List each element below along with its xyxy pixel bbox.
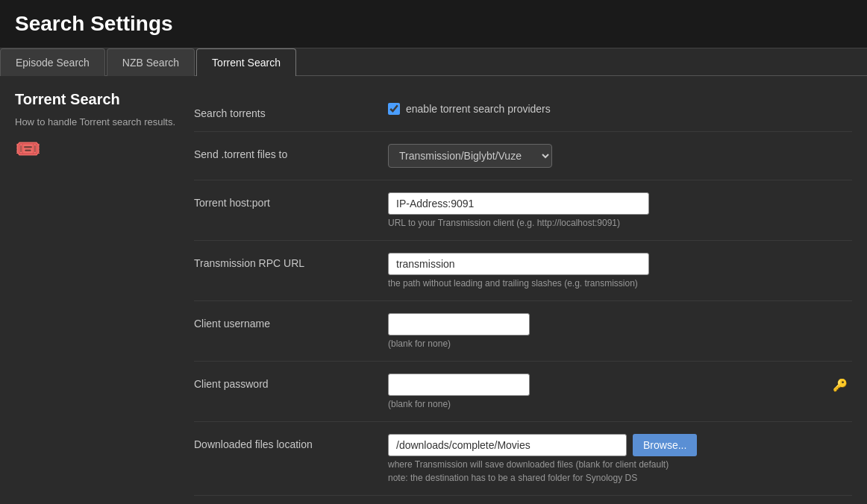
tab-episode-search[interactable]: Episode Search [0,48,105,76]
label-search-torrents: Search torrents [194,103,388,119]
row-send-torrent: Send .torrent files to Transmission/Bigl… [194,132,852,180]
transmission-rpc-hint: the path without leading and trailing sl… [388,278,852,289]
download-location-hint1: where Transmission will save downloaded … [388,459,852,470]
sidebar-heading: Torrent Search [15,91,179,108]
label-send-torrent: Send .torrent files to [194,144,388,160]
label-client-username: Client username [194,313,388,330]
content-area: Torrent Search How to handle Torrent sea… [0,76,867,504]
enable-torrent-label: enable torrent search providers [406,103,551,115]
client-username-input[interactable] [388,313,530,336]
client-password-input[interactable] [388,374,530,396]
row-client-password: Client password 🔑 (blank for none) [194,362,852,422]
settings-form: Search torrents enable torrent search pr… [194,91,852,496]
tab-nzb-search[interactable]: NZB Search [107,48,195,76]
client-password-hint: (blank for none) [388,399,852,409]
transmission-rpc-input[interactable] [388,253,649,275]
sidebar-icon: 🎟️ [15,136,179,161]
sidebar-description: How to handle Torrent search results. [15,116,179,129]
control-search-torrents: enable torrent search providers [388,103,852,115]
control-client-username: (blank for none) [388,313,852,349]
label-client-password: Client password [194,374,388,390]
row-download-location: Downloaded files location Browse... wher… [194,422,852,496]
torrent-host-hint: URL to your Transmission client (e.g. ht… [388,218,852,228]
control-download-location: Browse... where Transmission will save d… [388,434,852,483]
enable-torrent-checkbox-row: enable torrent search providers [388,103,852,115]
page-title: Search Settings [15,12,852,36]
tab-torrent-search[interactable]: Torrent Search [196,48,296,76]
row-transmission-rpc: Transmission RPC URL the path without le… [194,241,852,301]
control-torrent-host: URL to your Transmission client (e.g. ht… [388,192,852,228]
location-input-row: Browse... [388,434,852,456]
row-client-username: Client username (blank for none) [194,301,852,362]
row-search-torrents: Search torrents enable torrent search pr… [194,91,852,132]
password-wrapper: 🔑 [388,374,852,396]
page-header: Search Settings [0,0,867,48]
enable-torrent-checkbox[interactable] [388,103,400,115]
client-username-hint: (blank for none) [388,338,852,349]
row-torrent-host: Torrent host:port URL to your Transmissi… [194,180,852,241]
download-location-hint2: note: the destination has to be a shared… [388,473,852,483]
control-client-password: 🔑 (blank for none) [388,374,852,409]
send-torrent-select[interactable]: Transmission/Biglybt/Vuze Deluge qBittor… [388,144,552,168]
control-transmission-rpc: the path without leading and trailing sl… [388,253,852,289]
torrent-host-input[interactable] [388,192,649,215]
password-toggle-icon[interactable]: 🔑 [833,378,848,392]
label-transmission-rpc: Transmission RPC URL [194,253,388,269]
browse-button[interactable]: Browse... [633,434,697,456]
control-send-torrent: Transmission/Biglybt/Vuze Deluge qBittor… [388,144,852,168]
label-torrent-host: Torrent host:port [194,192,388,209]
download-location-input[interactable] [388,434,627,456]
tab-bar: Episode Search NZB Search Torrent Search [0,48,867,76]
label-download-location: Downloaded files location [194,434,388,450]
sidebar: Torrent Search How to handle Torrent sea… [15,91,179,496]
